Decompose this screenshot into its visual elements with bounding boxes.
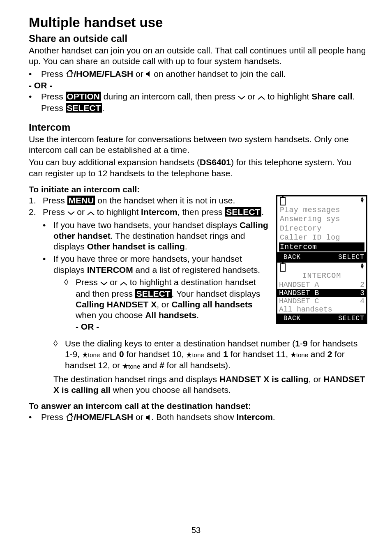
option-key: OPTION xyxy=(66,92,101,101)
softkey-back: BACK xyxy=(277,314,307,323)
initiate-subheader: To initiate an intercom call: xyxy=(29,185,367,194)
battery-icon xyxy=(280,263,286,272)
share-bullet-2: • Press OPTION during an intercom call, … xyxy=(29,91,367,113)
select-key: SELECT xyxy=(135,289,172,298)
page-number: 53 xyxy=(0,526,392,535)
up-arrow-icon xyxy=(120,277,127,288)
home-icon xyxy=(66,413,74,423)
section-share-header: Share an outside call xyxy=(29,33,367,44)
lcd-menu: ▲▼ Play messages Answering sys Directory… xyxy=(276,195,367,263)
softkey-select: SELECT xyxy=(337,253,366,261)
speaker-icon xyxy=(146,69,152,80)
star-tone-icon: tone xyxy=(291,349,308,360)
speaker-icon xyxy=(146,413,152,423)
diamond-2: ◊ Use the dialing keys to enter a destin… xyxy=(53,338,367,371)
diamond-or: - OR - xyxy=(76,321,271,332)
lcd-row: HANDSET A2 xyxy=(277,281,366,289)
select-key: SELECT xyxy=(225,207,261,217)
lcd-title: INTERCOM xyxy=(277,272,366,281)
destination-text: The destination handset rings and displa… xyxy=(53,374,367,396)
share-bullet-1: • Press /HOME/FLASH or on another handse… xyxy=(29,69,367,80)
page-title: Multiple handset use xyxy=(29,15,367,30)
down-arrow-icon xyxy=(100,277,108,288)
lcd-line: Caller ID log xyxy=(280,233,364,242)
battery-icon xyxy=(280,197,286,205)
star-tone-icon: tone xyxy=(186,349,204,360)
scroll-indicator-icon: ▲▼ xyxy=(361,197,364,205)
softkey-back: BACK xyxy=(277,253,307,261)
softkey-select: SELECT xyxy=(337,314,366,323)
section-intercom-header: Intercom xyxy=(29,122,367,133)
star-tone-icon: tone xyxy=(122,361,140,371)
select-key: SELECT xyxy=(66,103,102,113)
section-share-para: Another handset can join you on an outsi… xyxy=(29,45,367,67)
lcd-line: Play messages xyxy=(280,205,364,215)
share-or: - OR - xyxy=(29,81,367,90)
answer-subheader: To answer an intercom call at the destin… xyxy=(29,401,367,411)
star-tone-icon: tone xyxy=(82,349,100,360)
lcd-line: Directory xyxy=(280,224,364,233)
step2-sub1: • If you have two handsets, your handset… xyxy=(43,220,271,252)
lcd-intercom: ▲▼ INTERCOM HANDSET A2 HANDSET B3 HANDSE… xyxy=(276,263,367,324)
lcd-line-highlighted: Intercom xyxy=(279,242,364,252)
step-1: 1. Press MENU on the handset when it is … xyxy=(29,195,271,206)
intercom-para2: You can buy additional expansion handset… xyxy=(29,157,367,179)
up-arrow-icon xyxy=(258,92,265,102)
lcd-row: HANDSET C4 xyxy=(277,297,366,305)
intercom-para1: Use the intercom feature for conversatio… xyxy=(29,134,367,156)
lcd-row-highlighted: HANDSET B3 xyxy=(277,289,366,297)
menu-key: MENU xyxy=(67,196,95,205)
lcd-row: All handsets xyxy=(277,305,366,314)
home-icon xyxy=(66,69,74,80)
up-arrow-icon xyxy=(87,207,95,218)
step2-sub2: • If you have three or more handsets, yo… xyxy=(43,254,271,332)
scroll-indicator-icon: ▲▼ xyxy=(361,263,364,272)
lcd-line: Answering sys xyxy=(280,215,364,224)
down-arrow-icon xyxy=(238,92,245,102)
diamond-1: ◊ Press or to highlight a destination ha… xyxy=(64,277,271,332)
step-2: 2. Press or to highlight Intercom, then … xyxy=(29,207,271,332)
down-arrow-icon xyxy=(67,207,75,218)
answer-bullet: • Press /HOME/FLASH or . Both handsets s… xyxy=(29,412,367,423)
